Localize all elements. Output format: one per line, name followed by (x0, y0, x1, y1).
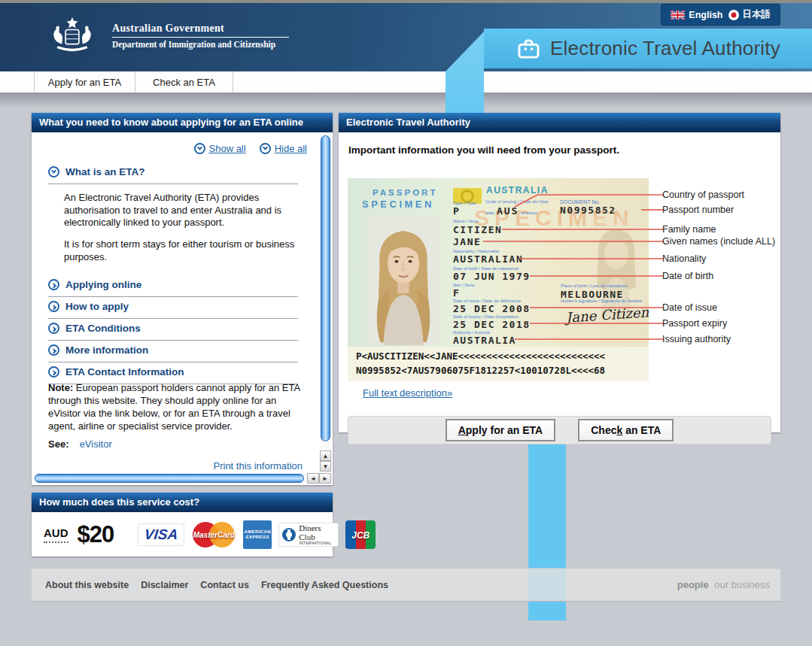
cost-panel-body: AUD $20 VISA MasterCard AMERICAN EXPRESS… (32, 512, 333, 557)
chevron-right-circle-icon (48, 366, 59, 378)
mastercard-logo: MasterCard (191, 520, 236, 549)
see-row: See: eVisitor (48, 438, 112, 450)
language-english-label: English (689, 10, 722, 20)
label-nationality: Nationality (662, 253, 706, 264)
hide-all-label: Hide all (275, 143, 307, 154)
note-paragraph: Note: European passport holders cannot a… (48, 382, 304, 433)
horizontal-scrollbar-arrows: ◄ ► (307, 473, 331, 484)
eta-panel: Electronic Travel Authority Important in… (339, 113, 780, 432)
scroll-right-button[interactable]: ► (319, 473, 331, 484)
show-all-button[interactable]: Show all (194, 143, 246, 154)
label-passport-number: Passport number (662, 205, 734, 215)
cost-amount: $20 (78, 521, 114, 548)
accordion-item-more-information[interactable]: More information (48, 341, 298, 362)
label-date-of-birth: Date of birth (662, 271, 713, 281)
hide-all-button[interactable]: Hide all (260, 143, 307, 154)
government-wordmark: Australian Government Department of Immi… (112, 23, 289, 49)
accordion-item-how-to-apply[interactable]: How to apply (48, 297, 298, 319)
accordion-item-what-is-an-eta[interactable]: What is an ETA? (48, 162, 298, 184)
accordion-body-what-is-an-eta: An Electronic Travel Authority (ETA) pro… (48, 184, 298, 275)
label-country-of-passport: Country of passport (662, 190, 744, 200)
accordion-item-eta-conditions[interactable]: ETA Conditions (48, 319, 298, 341)
chevron-down-circle-icon (260, 143, 271, 154)
eta-panel-body: Important information you will need from… (339, 132, 780, 432)
footer-link-disclaimer[interactable]: Disclaimer (141, 580, 188, 590)
footer-link-about[interactable]: About this website (45, 580, 129, 590)
language-japanese-label: 日本語 (743, 8, 771, 21)
action-button-bar: Apply for an ETA Check an ETA (348, 416, 771, 444)
visa-card-logo: VISA (138, 523, 184, 546)
horizontal-scrollbar[interactable] (33, 473, 307, 484)
vertical-scrollbar[interactable] (320, 134, 331, 449)
government-title: Australian Government (112, 23, 289, 35)
app-title: Electronic Travel Authority (550, 37, 780, 60)
chevron-right-circle-icon (48, 323, 59, 334)
diners-club-logo: Diners Club INTERNATIONAL (278, 523, 339, 547)
note-label: Note: (48, 382, 73, 393)
passport-intro-text: Important information you will need from… (348, 144, 619, 156)
footer-links: About this website Disclaimer Contact us… (45, 580, 388, 590)
uk-flag-icon (671, 11, 685, 20)
apply-for-eta-button[interactable]: Apply for an ETA (446, 419, 556, 441)
jcb-logo: JCB (345, 520, 376, 549)
diners-club-ring-icon (282, 528, 296, 541)
government-divider (112, 37, 289, 38)
footer-tagline: people our business (677, 579, 770, 590)
what-is-paragraph-1: An Electronic Travel Authority (ETA) pro… (64, 192, 295, 229)
japan-flag-icon (728, 10, 739, 20)
page: Australian Government Department of Immi… (0, 0, 812, 646)
department-title: Department of Immigration and Citizenshi… (112, 40, 289, 49)
scroll-up-button[interactable]: ▲ (320, 450, 331, 461)
note-text: European passport holders cannot apply f… (48, 382, 300, 432)
info-panel-title: What you need to know about applying for… (32, 113, 333, 132)
chevron-down-circle-icon (194, 143, 205, 154)
content-top-shadow (0, 93, 812, 108)
label-date-of-issue: Date of issue (662, 302, 717, 313)
vertical-scrollbar-arrows: ▲ ▼ (320, 450, 331, 472)
vertical-scrollbar-thumb[interactable] (321, 135, 330, 441)
nav-tab-apply[interactable]: Apply for an ETA (34, 71, 135, 93)
eta-panel-title: Electronic Travel Authority (339, 113, 780, 132)
chevron-right-circle-icon (48, 344, 59, 356)
label-family-name: Family name (662, 224, 716, 235)
info-panel: What you need to know about applying for… (32, 113, 333, 485)
horizontal-scrollbar-thumb[interactable] (35, 474, 304, 483)
cost-panel-title: How much does this service cost? (32, 493, 333, 512)
chevron-down-circle-icon (48, 166, 59, 177)
print-information-link[interactable]: Print this information (214, 460, 303, 472)
chevron-right-circle-icon (48, 301, 59, 312)
evisitor-link[interactable]: eVisitor (80, 438, 112, 450)
passport-photo (367, 216, 439, 345)
government-crest-group: Australian Government Department of Immi… (41, 12, 289, 59)
scroll-left-button[interactable]: ◄ (307, 473, 319, 484)
cost-panel: How much does this service cost? AUD $20… (32, 493, 333, 557)
payment-cards: VISA MasterCard AMERICAN EXPRESS Diners … (138, 520, 376, 549)
chevron-right-circle-icon (48, 279, 59, 290)
see-label: See: (48, 438, 77, 450)
language-japanese-button[interactable]: 日本語 (728, 8, 771, 21)
show-hide-controls: Show all Hide all (194, 143, 308, 154)
full-text-description-link[interactable]: Full text description» (363, 387, 452, 399)
what-is-paragraph-2: It is for short term stays for either to… (64, 238, 295, 263)
label-passport-expiry: Passport expiry (662, 318, 727, 329)
info-panel-body: Show all Hide all What is an ETA? An Ele… (32, 132, 333, 485)
app-title-band: Electronic Travel Authority (484, 29, 812, 68)
show-all-label: Show all (209, 143, 246, 154)
footer-link-faq[interactable]: Frequently Asked Questions (261, 580, 388, 590)
scroll-down-button[interactable]: ▼ (320, 461, 331, 472)
label-issuing-authority: Issuing authority (662, 334, 731, 344)
label-given-names: Given names (include ALL) (662, 236, 775, 247)
code-of-issuing-row: state AUS émetteur (485, 205, 537, 217)
footer-link-contact[interactable]: Contact us (200, 580, 249, 590)
briefcase-icon (517, 38, 540, 59)
australian-coat-of-arms-icon (41, 12, 103, 59)
american-express-logo: AMERICAN EXPRESS (243, 520, 272, 549)
accordion: What is an ETA? An Electronic Travel Aut… (48, 162, 298, 384)
language-selector: English 日本語 (661, 4, 780, 26)
accordion-item-applying-online[interactable]: Applying online (48, 275, 298, 297)
check-eta-button[interactable]: Check an ETA (578, 419, 674, 441)
footer: About this website Disclaimer Contact us… (32, 568, 780, 602)
nav-tab-check[interactable]: Check an ETA (135, 71, 233, 93)
accordion-item-eta-contact-information[interactable]: ETA Contact Information (48, 362, 298, 384)
language-english-button[interactable]: English (671, 10, 722, 20)
